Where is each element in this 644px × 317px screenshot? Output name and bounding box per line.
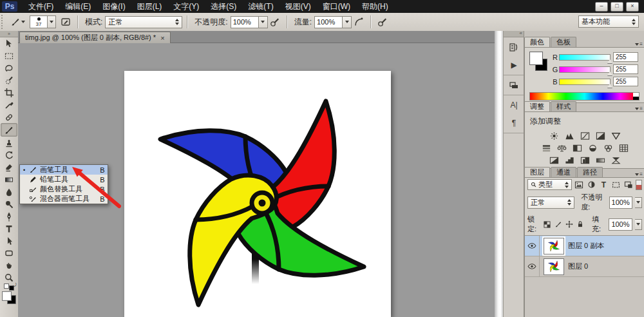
menu-filter[interactable]: 滤镜(T) (242, 0, 279, 13)
flyout-item-mixer-brush[interactable]: 混合器画笔工具 B (20, 194, 108, 204)
document-tab[interactable]: timg.jpg @ 100% (图层 0 副本, RGB/8#) * × (19, 32, 171, 43)
menu-file[interactable]: 文件(F) (23, 0, 59, 13)
menu-window[interactable]: 窗口(W) (317, 0, 356, 13)
eraser-tool[interactable] (1, 161, 17, 173)
gradient-tool[interactable] (1, 173, 17, 186)
color-lookup-icon[interactable] (618, 144, 629, 153)
menu-view[interactable]: 视图(V) (279, 0, 317, 13)
pen-tool[interactable] (1, 210, 17, 222)
quick-select-tool[interactable] (1, 74, 17, 86)
airbrush-button[interactable] (352, 15, 366, 28)
filter-pixel-layers-icon[interactable] (574, 180, 584, 189)
expand-panels-button[interactable]: « (504, 31, 524, 37)
posterize-icon[interactable] (564, 156, 575, 165)
brush-size-dropdown[interactable] (48, 15, 56, 28)
black-white-icon[interactable] (572, 144, 583, 153)
green-slider-thumb[interactable] (607, 72, 612, 75)
visibility-toggle[interactable] (525, 236, 540, 256)
history-brush-tool[interactable] (1, 149, 17, 161)
red-slider-thumb[interactable] (607, 59, 612, 63)
foreground-color-swatch[interactable] (2, 291, 12, 301)
options-grip[interactable] (1, 15, 5, 29)
menu-type[interactable]: 文字(Y) (167, 0, 205, 13)
brightness-contrast-icon[interactable] (549, 131, 560, 140)
color-balance-icon[interactable] (556, 144, 567, 153)
tab-channels[interactable]: 通道 (551, 167, 576, 177)
lock-pixels-icon[interactable] (554, 220, 562, 229)
tab-adjustments[interactable]: 调整 (524, 101, 550, 111)
layer-thumbnail[interactable] (544, 258, 564, 275)
layer-name[interactable]: 图层 0 (568, 262, 588, 271)
lock-position-icon[interactable] (565, 220, 573, 229)
vibrance-icon[interactable] (611, 131, 621, 140)
tab-layers[interactable]: 图层 (524, 167, 550, 177)
blue-value[interactable]: 255 (613, 77, 638, 86)
layer-row-copy[interactable]: 图层 0 副本 (525, 236, 644, 256)
curves-icon[interactable] (580, 131, 591, 140)
flow-input[interactable]: 100% (314, 16, 343, 28)
brush-size-picker[interactable]: 37 (30, 15, 56, 28)
flyout-item-pencil[interactable]: 铅笔工具 B (20, 175, 108, 184)
foreground-background-swatches[interactable] (529, 52, 550, 73)
blend-mode-select[interactable]: 正常 (105, 16, 182, 28)
healing-brush-tool[interactable] (1, 111, 17, 123)
layer-opacity-input[interactable]: 100% (609, 197, 632, 209)
red-value[interactable]: 255 (613, 52, 638, 62)
clone-source-panel-icon[interactable] (507, 79, 521, 91)
type-tool[interactable] (1, 222, 17, 235)
menu-image[interactable]: 图像(I) (97, 0, 131, 13)
tab-paths[interactable]: 路径 (577, 167, 603, 177)
character-panel-icon[interactable]: A| (507, 99, 521, 111)
red-slider[interactable] (559, 54, 611, 61)
green-value[interactable]: 255 (613, 64, 638, 74)
tab-swatches[interactable]: 色板 (551, 37, 576, 47)
layer-blend-mode-select[interactable]: 正常 (527, 197, 574, 209)
tab-close-icon[interactable]: × (160, 34, 164, 42)
lock-transparency-icon[interactable] (543, 220, 551, 229)
filter-shape-layers-icon[interactable] (611, 180, 621, 189)
lock-all-icon[interactable] (576, 220, 584, 229)
channel-mixer-icon[interactable] (603, 144, 614, 153)
panel-menu-icon[interactable]: ≡ (635, 171, 643, 177)
paragraph-panel-icon[interactable]: ¶ (507, 117, 521, 129)
close-button[interactable]: × (626, 2, 639, 12)
filter-type-layers-icon[interactable]: T (599, 180, 609, 189)
tab-styles[interactable]: 样式 (551, 101, 576, 111)
path-select-tool[interactable] (1, 235, 17, 247)
layer-thumbnail[interactable] (544, 238, 564, 255)
filter-type-select[interactable]: 类型 (527, 179, 572, 190)
layer-opacity-dropdown[interactable] (635, 197, 642, 208)
canvas[interactable] (124, 71, 391, 317)
marquee-tool[interactable] (1, 50, 17, 62)
panel-menu-icon[interactable]: ≡ (635, 106, 643, 111)
minimize-button[interactable]: – (595, 2, 608, 12)
menu-layer[interactable]: 图层(L) (131, 0, 168, 13)
flyout-item-color-replacement[interactable]: 颜色替换工具 B (20, 184, 108, 194)
layer-fill-dropdown[interactable] (635, 219, 643, 230)
flow-dropdown[interactable] (343, 16, 352, 28)
maximize-button[interactable]: □ (611, 2, 623, 12)
foreground-background-swatches[interactable] (2, 291, 16, 304)
hand-tool[interactable] (1, 259, 17, 271)
layer-name[interactable]: 图层 0 副本 (568, 241, 604, 251)
brush-tool[interactable] (1, 123, 17, 137)
selective-color-icon[interactable] (611, 156, 621, 165)
photo-filter-icon[interactable] (587, 144, 598, 153)
menu-select[interactable]: 选择(S) (205, 0, 242, 13)
opacity-input[interactable]: 100% (231, 16, 259, 28)
blur-tool[interactable] (1, 186, 17, 198)
hue-saturation-icon[interactable] (541, 144, 552, 153)
dodge-tool[interactable] (1, 198, 17, 210)
tab-color[interactable]: 颜色 (524, 37, 550, 47)
gradient-map-icon[interactable] (595, 156, 606, 165)
filter-adjustment-layers-icon[interactable] (587, 180, 596, 189)
levels-icon[interactable] (564, 131, 575, 140)
crop-tool[interactable] (1, 86, 17, 99)
brush-presets-panel-icon[interactable] (507, 41, 521, 53)
panel-menu-icon[interactable]: ≡ (635, 41, 643, 47)
filter-smart-objects-icon[interactable] (623, 180, 633, 189)
pressure-size-button[interactable] (375, 15, 390, 28)
clone-stamp-tool[interactable] (1, 137, 17, 149)
layer-row-original[interactable]: 图层 0 (525, 256, 644, 277)
move-tool[interactable] (1, 37, 17, 50)
